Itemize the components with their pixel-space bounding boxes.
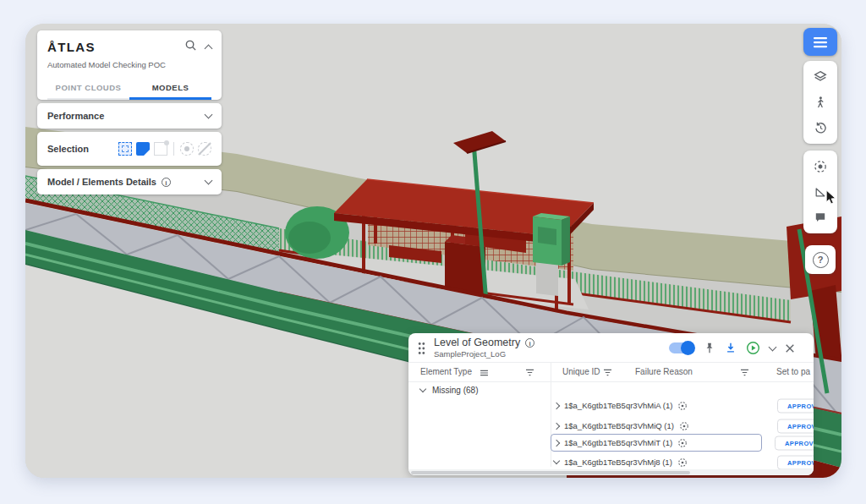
table-row[interactable]: 1$a_K6gtb1TeB5qr3VhMj8 (1) APPROV	[554, 454, 765, 470]
panel-subtitle: SampleProject_LoG	[434, 349, 534, 359]
atlas-header-card: ÅTLAS Automated Model Checking POC POINT…	[37, 30, 222, 100]
level-of-geometry-panel: Level of Geometry i SampleProject_LoG El…	[408, 333, 814, 475]
visibility-toggle[interactable]	[669, 342, 694, 353]
chevron-down-icon[interactable]	[205, 177, 213, 185]
chevron-down-icon[interactable]	[205, 111, 213, 119]
tab-point-clouds[interactable]: POINT CLOUDS	[47, 76, 129, 100]
approve-button[interactable]: APPROV	[777, 419, 814, 433]
right-toolbar: ?	[803, 28, 837, 274]
scrollbar-thumb[interactable]	[411, 471, 690, 474]
table-row-selected[interactable]: 1$a_K6gtb1TeB5qr3VhMiT (1) APPROV	[551, 434, 762, 452]
approve-button[interactable]: APPROV	[777, 455, 814, 469]
select-clip-icon[interactable]	[198, 142, 211, 156]
project-subtitle: Automated Model Checking POC	[47, 60, 211, 69]
section-selection: Selection	[37, 132, 222, 166]
locate-element-icon[interactable]	[679, 421, 689, 431]
chevron-down-icon	[419, 386, 426, 392]
search-icon[interactable]	[184, 39, 197, 55]
approve-button[interactable]: APPROV	[775, 436, 814, 450]
collapse-panel-icon[interactable]	[205, 44, 213, 52]
chevron-right-icon[interactable]	[553, 439, 560, 446]
select-window-icon[interactable]	[154, 142, 167, 156]
approve-button[interactable]: APPROV	[777, 398, 814, 413]
col-element-type: Element Type	[420, 367, 472, 376]
view-tools-card	[803, 61, 837, 144]
section-model-details[interactable]: Model / Elements Details i	[37, 169, 222, 194]
layers-icon[interactable]	[807, 64, 834, 90]
unique-id: 1$a_K6gtb1TeB5qr3VhMiA (1)	[564, 401, 672, 410]
measure-icon[interactable]	[807, 179, 834, 205]
table-row[interactable]: 1$a_K6gtb1TeB5qr3VhMiQ (1) APPROV	[554, 418, 765, 434]
filter-icon[interactable]	[525, 369, 534, 378]
model-tools-card	[803, 151, 837, 233]
divider	[173, 142, 174, 156]
tab-bar: POINT CLOUDS MODELS	[47, 76, 211, 100]
chevron-right-icon[interactable]	[553, 422, 560, 429]
col-unique-id: Unique ID	[562, 367, 600, 376]
locate-element-icon[interactable]	[677, 457, 688, 468]
app-title: ÅTLAS	[47, 40, 176, 54]
select-box-icon[interactable]	[136, 142, 150, 156]
atlas-panel: ÅTLAS Automated Model Checking POC POINT…	[37, 30, 222, 194]
sort-icon[interactable]	[480, 369, 489, 378]
info-icon[interactable]: i	[525, 338, 534, 348]
locate-element-icon[interactable]	[677, 401, 688, 411]
filter-icon[interactable]	[740, 369, 749, 378]
filter-icon[interactable]	[603, 369, 612, 378]
download-icon[interactable]	[725, 342, 737, 354]
help-button[interactable]: ?	[805, 245, 836, 274]
help-icon: ?	[813, 252, 829, 268]
run-check-icon[interactable]	[746, 341, 760, 355]
unique-id: 1$a_K6gtb1TeB5qr3VhMj8 (1)	[564, 457, 672, 467]
performance-label: Performance	[47, 111, 104, 121]
locate-element-icon[interactable]	[677, 438, 688, 448]
select-sphere-icon[interactable]	[180, 142, 194, 156]
menu-button[interactable]	[803, 28, 837, 56]
model-details-label: Model / Elements Details	[47, 177, 156, 187]
drag-handle-icon[interactable]	[417, 342, 426, 359]
group-row-missing[interactable]: Missing (68)	[420, 386, 478, 395]
selection-tools	[118, 142, 211, 156]
selection-label: Selection	[47, 144, 89, 154]
collapse-panel-icon[interactable]	[769, 342, 777, 351]
3d-viewport[interactable]: ÅTLAS Automated Model Checking POC POINT…	[25, 24, 841, 478]
chevron-down-icon[interactable]	[553, 457, 560, 464]
walk-mode-icon[interactable]	[807, 90, 834, 115]
page: { "left_panel": { "title": "ÅTLAS", "sub…	[0, 0, 866, 504]
col-set-to-passed: Set to pa	[776, 367, 810, 376]
menu-icon	[813, 36, 828, 48]
column-divider	[551, 362, 551, 467]
panel-title-block: Level of Geometry i SampleProject_LoG	[434, 337, 534, 359]
panel-title: Level of Geometry	[434, 337, 520, 348]
group-label: Missing (68)	[432, 386, 478, 395]
close-icon[interactable]	[785, 343, 795, 353]
info-icon[interactable]: i	[162, 178, 171, 187]
unique-id: 1$a_K6gtb1TeB5qr3VhMiQ (1)	[564, 421, 674, 430]
comment-icon[interactable]	[807, 205, 834, 230]
chevron-right-icon[interactable]	[553, 402, 560, 408]
tab-models[interactable]: MODELS	[129, 76, 211, 100]
col-failure-reason: Failure Reason	[635, 367, 693, 376]
history-icon[interactable]	[807, 115, 834, 140]
unique-id: 1$a_K6gtb1TeB5qr3VhMiT (1)	[564, 438, 672, 447]
table-row[interactable]: 1$a_K6gtb1TeB5qr3VhMiA (1) APPROV	[554, 397, 765, 414]
select-rectangle-icon[interactable]	[118, 142, 132, 156]
focus-model-icon[interactable]	[807, 154, 834, 179]
table-header: Element Type Unique ID Failure Reason Se…	[408, 362, 814, 382]
panel-controls	[669, 341, 795, 355]
horizontal-scrollbar[interactable]	[408, 469, 814, 475]
pin-icon[interactable]	[704, 342, 715, 354]
section-performance[interactable]: Performance	[37, 103, 222, 129]
